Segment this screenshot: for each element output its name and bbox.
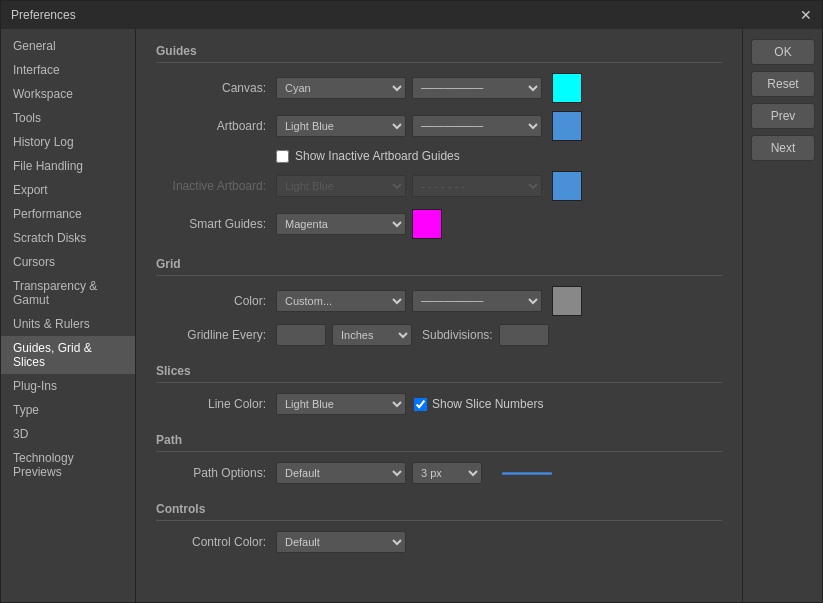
sidebar-item-type[interactable]: Type [1, 398, 135, 422]
sidebar-item-file-handling[interactable]: File Handling [1, 154, 135, 178]
show-slice-numbers-row: Show Slice Numbers [414, 397, 543, 411]
slice-line-color-label: Line Color: [156, 397, 276, 411]
canvas-row: Canvas: Cyan ──────── [156, 73, 722, 103]
gridline-row: Gridline Every: 1 Inches Subdivisions: 4 [156, 324, 722, 346]
grid-color-row: Color: Custom... ──────── [156, 286, 722, 316]
guides-title: Guides [156, 44, 722, 63]
control-color-label: Control Color: [156, 535, 276, 549]
prev-button[interactable]: Prev [751, 103, 815, 129]
sidebar-item-export[interactable]: Export [1, 178, 135, 202]
path-options-label: Path Options: [156, 466, 276, 480]
sidebar: GeneralInterfaceWorkspaceToolsHistory Lo… [1, 29, 136, 602]
artboard-color-select[interactable]: Light Blue [276, 115, 406, 137]
sidebar-item-general[interactable]: General [1, 34, 135, 58]
dialog-body: GeneralInterfaceWorkspaceToolsHistory Lo… [1, 29, 822, 602]
grid-color-swatch[interactable] [552, 286, 582, 316]
sidebar-item-transparency--gamut[interactable]: Transparency & Gamut [1, 274, 135, 312]
controls-section: Controls Control Color: Default [156, 502, 722, 553]
sidebar-item-cursors[interactable]: Cursors [1, 250, 135, 274]
show-inactive-label: Show Inactive Artboard Guides [295, 149, 460, 163]
slices-title: Slices [156, 364, 722, 383]
path-section: Path Path Options: Default 3 px [156, 433, 722, 484]
show-slice-numbers-label: Show Slice Numbers [432, 397, 543, 411]
smart-guides-row: Smart Guides: Magenta [156, 209, 722, 239]
inactive-line-style-select[interactable]: - - - - - - - [412, 175, 542, 197]
smart-label: Smart Guides: [156, 217, 276, 231]
sidebar-item-units--rulers[interactable]: Units & Rulers [1, 312, 135, 336]
sidebar-item-plug-ins[interactable]: Plug-Ins [1, 374, 135, 398]
inactive-color-select[interactable]: Light Blue [276, 175, 406, 197]
slices-section: Slices Line Color: Light Blue Show Slice… [156, 364, 722, 415]
control-color-select[interactable]: Default [276, 531, 406, 553]
next-button[interactable]: Next [751, 135, 815, 161]
grid-section: Grid Color: Custom... ──────── Gridline … [156, 257, 722, 346]
ok-button[interactable]: OK [751, 39, 815, 65]
sidebar-item-history-log[interactable]: History Log [1, 130, 135, 154]
path-options-row: Path Options: Default 3 px [156, 462, 722, 484]
grid-line-style-select[interactable]: ──────── [412, 290, 542, 312]
slice-line-color-row: Line Color: Light Blue Show Slice Number… [156, 393, 722, 415]
inactive-label: Inactive Artboard: [156, 179, 276, 193]
path-options-select[interactable]: Default [276, 462, 406, 484]
inactive-color-swatch[interactable] [552, 171, 582, 201]
subdivisions-label: Subdivisions: [422, 328, 493, 342]
sidebar-item-3d[interactable]: 3D [1, 422, 135, 446]
controls-title: Controls [156, 502, 722, 521]
canvas-label: Canvas: [156, 81, 276, 95]
dialog-title: Preferences [11, 8, 76, 22]
show-inactive-row: Show Inactive Artboard Guides [276, 149, 722, 163]
slice-line-color-select[interactable]: Light Blue [276, 393, 406, 415]
sidebar-item-guides-grid--slices[interactable]: Guides, Grid & Slices [1, 336, 135, 374]
title-bar: Preferences ✕ [1, 1, 822, 29]
inactive-artboard-row: Inactive Artboard: Light Blue - - - - - … [156, 171, 722, 201]
sidebar-item-technology-previews[interactable]: Technology Previews [1, 446, 135, 484]
sidebar-item-workspace[interactable]: Workspace [1, 82, 135, 106]
main-content: Guides Canvas: Cyan ──────── Artboard: [136, 29, 742, 602]
subdivisions-input[interactable]: 4 [499, 324, 549, 346]
smart-color-select[interactable]: Magenta [276, 213, 406, 235]
artboard-line-style-select[interactable]: ──────── [412, 115, 542, 137]
close-button[interactable]: ✕ [800, 7, 812, 23]
path-line-preview [502, 472, 552, 475]
reset-button[interactable]: Reset [751, 71, 815, 97]
show-inactive-checkbox[interactable] [276, 150, 289, 163]
show-slice-numbers-checkbox[interactable] [414, 398, 427, 411]
action-buttons-panel: OK Reset Prev Next [742, 29, 822, 602]
grid-title: Grid [156, 257, 722, 276]
canvas-line-style-select[interactable]: ──────── [412, 77, 542, 99]
artboard-row: Artboard: Light Blue ──────── [156, 111, 722, 141]
sidebar-item-tools[interactable]: Tools [1, 106, 135, 130]
grid-color-select[interactable]: Custom... [276, 290, 406, 312]
canvas-color-swatch[interactable] [552, 73, 582, 103]
control-color-row: Control Color: Default [156, 531, 722, 553]
gridline-value-input[interactable]: 1 [276, 324, 326, 346]
artboard-color-swatch[interactable] [552, 111, 582, 141]
sidebar-item-scratch-disks[interactable]: Scratch Disks [1, 226, 135, 250]
smart-color-swatch[interactable] [412, 209, 442, 239]
path-size-select[interactable]: 3 px [412, 462, 482, 484]
guides-section: Guides Canvas: Cyan ──────── Artboard: [156, 44, 722, 239]
sidebar-item-performance[interactable]: Performance [1, 202, 135, 226]
gridline-label: Gridline Every: [156, 328, 276, 342]
path-title: Path [156, 433, 722, 452]
preferences-dialog: Preferences ✕ GeneralInterfaceWorkspaceT… [0, 0, 823, 603]
gridline-unit-select[interactable]: Inches [332, 324, 412, 346]
sidebar-item-interface[interactable]: Interface [1, 58, 135, 82]
canvas-color-select[interactable]: Cyan [276, 77, 406, 99]
artboard-label: Artboard: [156, 119, 276, 133]
grid-color-label: Color: [156, 294, 276, 308]
